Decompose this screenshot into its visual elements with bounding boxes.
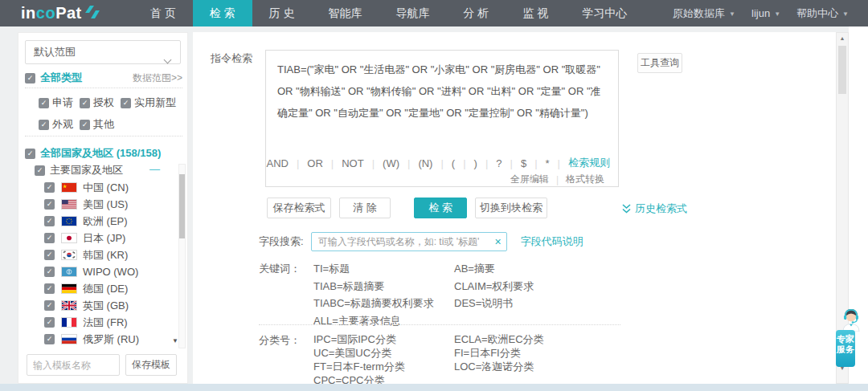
customer-service-avatar[interactable] — [839, 306, 863, 330]
history-queries-label: 历史检索式 — [635, 202, 687, 216]
type-filter-4[interactable]: ✓其他 — [80, 117, 114, 132]
operator-button-9[interactable]: * — [538, 157, 558, 169]
country-row-us[interactable]: ✓美国 (US) — [44, 196, 173, 213]
query-editor[interactable]: TIAB=("家电" OR "生活电器" OR "小家电" OR "厨房电器" … — [265, 50, 619, 187]
nav-tab-3[interactable]: 智能库 — [311, 0, 379, 26]
scroll-up-icon[interactable]: ▲ — [837, 35, 848, 42]
jp-flag-icon — [61, 233, 77, 243]
type-filter-0[interactable]: ✓申请 — [39, 96, 73, 110]
nav-right-item-1[interactable]: lijun▼ — [751, 7, 780, 19]
gb-flag-icon — [61, 300, 77, 311]
operator-button-2[interactable]: NOT — [334, 157, 371, 169]
main-countries-checkbox[interactable]: ✓ — [35, 165, 45, 176]
save-template-button[interactable]: 保存模板 — [125, 354, 177, 376]
scrollbar-thumb[interactable] — [838, 46, 846, 94]
nav-right-item-0[interactable]: 原始数据库▼ — [673, 6, 735, 21]
all-types-label[interactable]: 全部类型 — [40, 71, 82, 85]
checkbox-checked-icon[interactable]: ✓ — [80, 120, 90, 130]
data-range-link[interactable]: 数据范围>> — [133, 71, 182, 85]
country-row-jp[interactable]: ✓日本 (JP) — [44, 230, 173, 246]
checkbox-checked-icon[interactable]: ✓ — [44, 317, 55, 328]
scroll-down-icon[interactable]: ▼ — [171, 338, 179, 344]
checkbox-checked-icon[interactable]: ✓ — [44, 199, 55, 210]
checkbox-checked-icon[interactable]: ✓ — [44, 334, 55, 344]
operator-button-7[interactable]: ? — [488, 157, 510, 169]
nav-tab-5[interactable]: 分 析 — [446, 0, 506, 26]
type-filter-2[interactable]: ✓实用新型 — [121, 96, 176, 110]
all-types-checkbox[interactable]: ✓ — [25, 73, 35, 83]
expert-service-badge[interactable]: 专家 服务 — [836, 330, 855, 367]
checkbox-checked-icon[interactable]: ✓ — [44, 182, 55, 193]
checkbox-checked-icon[interactable]: ✓ — [39, 98, 49, 108]
nav-tab-0[interactable]: 首 页 — [133, 0, 193, 26]
query-text[interactable]: TIAB=("家电" OR "生活电器" OR "小家电" OR "厨房电器" … — [277, 59, 607, 124]
country-list-scrollbar[interactable] — [178, 164, 186, 348]
country-row-kr[interactable]: ✓韩国 (KR) — [44, 246, 173, 263]
operator-button-0[interactable]: AND — [258, 157, 296, 169]
type-filter-3[interactable]: ✓外观 — [39, 117, 73, 132]
operator-button-4[interactable]: (N) — [410, 157, 440, 169]
country-row-wo[interactable]: ✓WIPO (WO) — [44, 263, 173, 280]
checkbox-checked-icon[interactable]: ✓ — [44, 216, 55, 226]
clear-input-icon[interactable]: × — [494, 234, 501, 249]
checkbox-checked-icon[interactable]: ✓ — [121, 98, 131, 108]
all-countries-label[interactable]: 全部国家及地区 — [40, 147, 113, 159]
format-convert-link[interactable]: 格式转换 — [559, 173, 612, 186]
save-query-button[interactable]: 保存检索式 — [267, 198, 331, 218]
main-countries-label[interactable]: 主要国家及地区 — [50, 163, 123, 177]
nav-right-item-2[interactable]: 帮助中心▼ — [796, 6, 849, 21]
divider — [25, 136, 182, 136]
country-row-fr[interactable]: ✓法国 (FR) — [44, 314, 173, 331]
template-name-input[interactable] — [27, 354, 120, 376]
search-rules-link[interactable]: 检索规则 — [560, 156, 612, 170]
incopat-logo[interactable]: incoPat — [0, 0, 111, 26]
editor-footer-links: 全屏编辑 | 格式转换 — [503, 173, 612, 186]
search-button[interactable]: 检 索 — [414, 198, 467, 218]
keywords-column-1: TI=标题TIAB=标题摘要TIABC=标题摘要权利要求ALL=主要著录信息 — [313, 260, 434, 329]
fullscreen-edit-link[interactable]: 全屏编辑 — [503, 173, 556, 186]
checkbox-checked-icon[interactable]: ✓ — [44, 283, 55, 294]
de-flag-icon — [61, 283, 77, 294]
collapse-icon[interactable]: — — [149, 163, 160, 175]
caret-down-icon: ▼ — [774, 10, 780, 18]
classification-label: 分类号： — [259, 333, 301, 348]
classification-column-1: IPC=国际IPC分类UC=美国UC分类FT=日本F-term分类CPC=CPC… — [313, 332, 405, 387]
history-queries-link[interactable]: 历史检索式 — [621, 202, 687, 216]
field-code-help-link[interactable]: 字段代码说明 — [521, 234, 583, 249]
checkbox-checked-icon[interactable]: ✓ — [39, 120, 49, 130]
type-filter-label: 授权 — [93, 96, 114, 110]
clear-button[interactable]: 清 除 — [339, 198, 391, 218]
nav-tab-6[interactable]: 监 视 — [506, 0, 565, 26]
country-row-ru[interactable]: ✓俄罗斯 (RU) — [44, 331, 173, 348]
checkbox-checked-icon[interactable]: ✓ — [44, 250, 55, 260]
all-countries-checkbox[interactable]: ✓ — [25, 149, 35, 159]
tool-query-button[interactable]: 工具查询 — [637, 53, 682, 73]
operator-button-3[interactable]: (W) — [375, 157, 407, 169]
switch-block-search-button[interactable]: 切换到块检索 — [475, 198, 547, 218]
country-row-cn[interactable]: ✓中国 (CN) — [44, 179, 173, 196]
checkbox-checked-icon[interactable]: ✓ — [44, 267, 55, 277]
nav-tab-7[interactable]: 学习中心 — [565, 0, 644, 26]
country-row-ep[interactable]: ✓欧洲 (EP) — [44, 213, 173, 230]
scope-dropdown[interactable]: 默认范围 — [25, 40, 181, 64]
type-filter-1[interactable]: ✓授权 — [80, 96, 114, 110]
nav-tab-1[interactable]: 检 索 — [193, 0, 252, 26]
divider — [25, 88, 182, 88]
field-search-input[interactable] — [311, 232, 507, 251]
operator-button-5[interactable]: ( — [444, 157, 463, 169]
type-filter-label: 其他 — [93, 117, 114, 132]
checkbox-checked-icon[interactable]: ✓ — [80, 98, 90, 108]
nav-tab-4[interactable]: 导航库 — [379, 0, 446, 26]
checkbox-checked-icon[interactable]: ✓ — [44, 300, 55, 311]
operator-button-6[interactable]: ) — [466, 157, 485, 169]
operator-button-1[interactable]: OR — [299, 157, 331, 169]
checkbox-checked-icon[interactable]: ✓ — [44, 233, 55, 243]
country-row-de[interactable]: ✓德国 (DE) — [44, 280, 173, 297]
nav-tab-2[interactable]: 历 史 — [252, 0, 312, 26]
operator-button-8[interactable]: $ — [513, 157, 534, 169]
type-filter-label: 申请 — [52, 96, 73, 110]
keywords-column-2: AB=摘要CLAIM=权利要求DES=说明书 — [454, 260, 534, 312]
country-row-gb[interactable]: ✓英国 (GB) — [44, 297, 173, 314]
classification-field: FT=日本F-term分类 — [313, 360, 405, 373]
scrollbar-thumb[interactable] — [179, 174, 185, 238]
